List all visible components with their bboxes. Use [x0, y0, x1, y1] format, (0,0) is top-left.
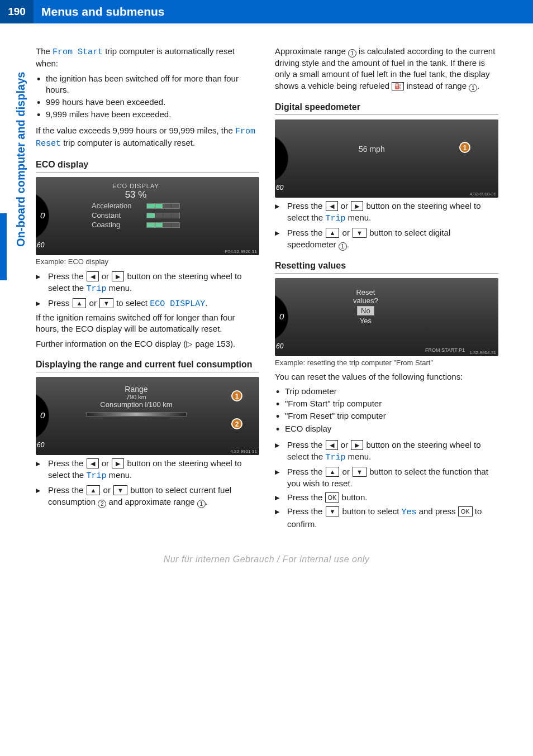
sidebar-tab: On-board computer and displays: [0, 46, 28, 532]
from-start-menu: From Start: [53, 47, 103, 57]
reset-steps: Press the ◀ or ▶ button on the steering …: [275, 439, 498, 530]
list-item: Trip odometer: [275, 386, 498, 397]
left-arrow-icon: ◀: [326, 440, 338, 450]
list-item: the ignition has been switched off for m…: [36, 73, 259, 96]
step-item: Press the ▲ or ▼ button to select curren…: [36, 484, 259, 508]
step-item: Press the ◀ or ▶ button on the steering …: [275, 439, 498, 463]
callout-2-icon: 2: [231, 418, 242, 429]
ok-button-icon: OK: [325, 492, 340, 503]
reset-caption: Example: resetting the trip computer "Fr…: [275, 358, 498, 367]
speedo-steps: Press the ◀ or ▶ button on the steering …: [275, 200, 498, 251]
step-item: Press the ▼ button to select Yes and pre…: [275, 505, 498, 530]
up-arrow-icon: ▲: [326, 467, 340, 477]
list-item: ECO display: [275, 423, 498, 434]
right-column: Approximate range 1 is calculated accord…: [275, 46, 498, 532]
eco-note-2: Further information on the ECO display (…: [36, 338, 259, 350]
yes-menu: Yes: [402, 508, 417, 517]
step-item: Press the ◀ or ▶ button on the steering …: [36, 270, 259, 295]
right-arrow-icon: ▶: [112, 458, 124, 468]
step-item: Press the ◀ or ▶ button on the steering …: [36, 457, 259, 482]
page-number: 190: [0, 0, 34, 23]
trip-menu: Trip: [86, 284, 106, 294]
trip-menu: Trip: [86, 471, 106, 481]
speedo-display-image: 60 56 mph 1 4.32-9918-31: [275, 119, 498, 198]
list-item: 9,999 miles have been exceeded.: [36, 109, 259, 120]
callout-1-ref: 1: [469, 84, 477, 92]
eco-display-image: 0 60 ECO DISPLAY 53 % Acceleration Const…: [36, 177, 259, 255]
down-arrow-icon: ▼: [353, 228, 367, 238]
list-item: "From Reset" trip computer: [275, 410, 498, 422]
page-title: Menus and submenus: [34, 5, 165, 18]
reset-functions-list: Trip odometer "From Start" trip computer…: [275, 386, 498, 434]
refuel-icon: ⛽: [392, 82, 404, 91]
speedo-heading: Digital speedometer: [275, 102, 498, 115]
callout-1-icon: 1: [459, 142, 470, 153]
callout-1-ref: 1: [339, 242, 347, 251]
reset-conditions-list: the ignition has been switched off for m…: [36, 73, 259, 121]
reset-intro: You can reset the values of the followin…: [275, 371, 498, 382]
page-header: 190 Menus and submenus: [0, 0, 533, 23]
step-item: Press the OK button.: [275, 491, 498, 503]
callout-1-ref: 1: [348, 49, 356, 58]
callout-1-icon: 1: [231, 390, 242, 401]
left-column: The From Start trip computer is automati…: [36, 46, 259, 532]
down-arrow-icon: ▼: [353, 467, 367, 477]
right-arrow-icon: ▶: [112, 271, 124, 281]
callout-1-ref: 1: [197, 500, 206, 508]
left-arrow-icon: ◀: [87, 271, 99, 281]
down-arrow-icon: ▼: [113, 485, 127, 495]
right-arrow-icon: ▶: [351, 201, 363, 211]
step-item: Press the ▲ or ▼ button to select digita…: [275, 227, 498, 251]
ok-button-icon: OK: [458, 506, 473, 516]
step-item: Press the ▲ or ▼ button to select the fu…: [275, 466, 498, 489]
trip-menu: Trip: [325, 214, 345, 223]
step-item: Press the ◀ or ▶ button on the steering …: [275, 200, 498, 224]
intro-para-2: If the value exceeds 9,999 hours or 99,9…: [36, 125, 259, 150]
internal-use-footer: Nur für internen Gebrauch / For internal…: [0, 554, 533, 576]
reset-heading: Resetting values: [275, 261, 498, 274]
intro-para-1: The From Start trip computer is automati…: [36, 46, 259, 70]
up-arrow-icon: ▲: [73, 298, 87, 308]
right-arrow-icon: ▶: [351, 440, 363, 450]
approx-range-para: Approximate range 1 is calculated accord…: [275, 46, 498, 92]
left-arrow-icon: ◀: [87, 458, 99, 468]
reset-display-image: 0 60 Reset values? No Yes FROM START P1 …: [275, 278, 498, 356]
left-arrow-icon: ◀: [326, 201, 338, 211]
down-arrow-icon: ▼: [99, 298, 113, 308]
eco-steps: Press the ◀ or ▶ button on the steering …: [36, 270, 259, 310]
trip-menu: Trip: [325, 453, 345, 462]
list-item: "From Start" trip computer: [275, 398, 498, 409]
range-display-image: 0 60 Range 790 km Consumption l/100 km 1…: [36, 377, 259, 455]
range-steps: Press the ◀ or ▶ button on the steering …: [36, 457, 259, 508]
sidebar-label: On-board computer and displays: [15, 72, 27, 247]
range-heading: Displaying the range and current fuel co…: [36, 360, 259, 372]
down-arrow-icon: ▼: [326, 506, 340, 516]
up-arrow-icon: ▲: [87, 485, 101, 495]
sidebar-marker: [0, 213, 7, 280]
list-item: 999 hours have been exceeded.: [36, 97, 259, 108]
step-item: Press ▲ or ▼ to select ECO DISPLAY.: [36, 297, 259, 310]
eco-caption: Example: ECO display: [36, 257, 259, 266]
eco-display-heading: ECO display: [36, 160, 259, 173]
callout-2-ref: 2: [98, 500, 106, 508]
up-arrow-icon: ▲: [326, 228, 340, 238]
eco-display-menu: ECO DISPLAY: [150, 299, 205, 309]
eco-note-1: If the ignition remains switched off for…: [36, 312, 259, 335]
